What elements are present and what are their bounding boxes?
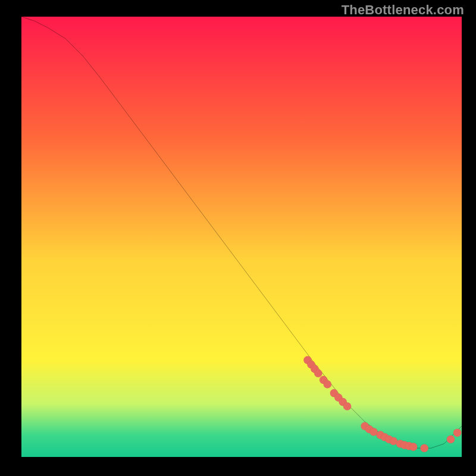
watermark-text: TheBottleneck.com (342, 2, 464, 18)
data-point (420, 444, 428, 452)
plot-area (21, 17, 462, 457)
data-point (343, 402, 351, 410)
gradient-background (21, 17, 462, 457)
data-point (324, 380, 331, 388)
plot-svg (21, 17, 462, 457)
data-point (453, 429, 461, 437)
data-point (447, 436, 455, 443)
chart-stage: TheBottleneck.com (0, 0, 476, 476)
data-point (314, 369, 322, 377)
data-point (409, 443, 417, 450)
